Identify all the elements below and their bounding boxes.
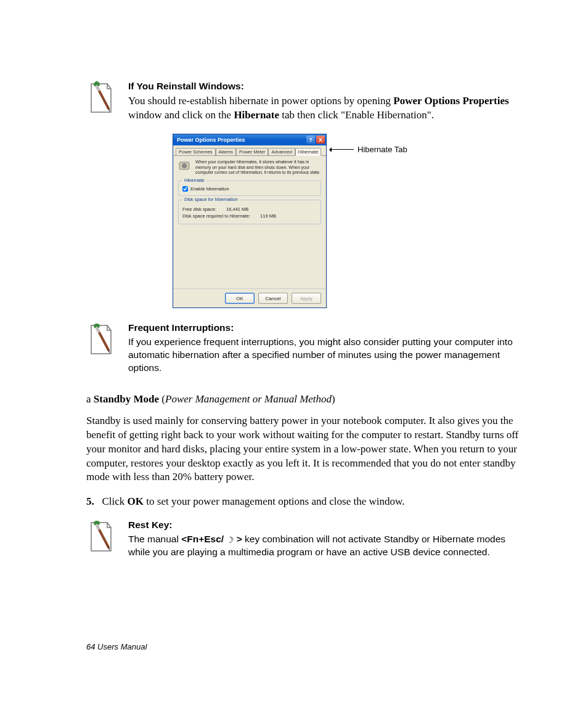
enable-hibernation-input[interactable] xyxy=(182,186,188,192)
required-disk-label: Disk space required to hibernate: xyxy=(182,213,250,219)
legend-diskspace: Disk space for hibernation xyxy=(182,197,240,202)
note3-title: Rest Key: xyxy=(128,519,526,532)
standby-body: Standby is used mainly for conserving ba… xyxy=(86,414,526,485)
tab-hibernate[interactable]: Hibernate xyxy=(295,148,322,156)
free-disk-label: Free disk space: xyxy=(182,206,216,212)
note-icon xyxy=(86,519,115,555)
tab-bar: Power Schemes Alarms Power Meter Advance… xyxy=(173,145,326,156)
note-reinstall-windows: If You Reinstall Windows: You should re-… xyxy=(86,80,526,123)
note-text: Rest Key: The manual <Fn+Esc/ ☽ > key co… xyxy=(128,519,526,559)
svg-line-12 xyxy=(97,525,99,529)
svg-point-5 xyxy=(182,163,187,168)
page-footer: 64 Users Manual xyxy=(86,642,147,651)
legend-hibernate: Hibernate xyxy=(182,177,206,183)
ok-button[interactable]: OK xyxy=(225,293,255,304)
note-icon xyxy=(86,322,115,357)
note1-title: If You Reinstall Windows: xyxy=(128,80,526,93)
fieldset-diskspace: Disk space for hibernation Free disk spa… xyxy=(178,200,321,224)
cancel-button[interactable]: Cancel xyxy=(258,293,288,304)
enable-hibernation-checkbox[interactable]: Enable hibernation xyxy=(182,186,317,192)
tab-power-meter[interactable]: Power Meter xyxy=(236,148,269,155)
note-frequent-interruptions: Frequent Interruptions: If you experienc… xyxy=(86,322,526,375)
note2-title: Frequent Interruptions: xyxy=(128,322,526,335)
svg-line-2 xyxy=(97,86,99,90)
free-disk-value: 16,441 MB xyxy=(226,206,248,212)
note-rest-key: Rest Key: The manual <Fn+Esc/ ☽ > key co… xyxy=(86,519,526,559)
hibernate-info-icon xyxy=(178,160,192,172)
note-icon xyxy=(86,80,115,116)
dialog-title: Power Options Properties xyxy=(177,137,245,143)
note-text: Frequent Interruptions: If you experienc… xyxy=(128,322,526,375)
required-disk-value: 119 MB xyxy=(260,213,276,219)
help-button[interactable]: ? xyxy=(306,136,315,144)
power-options-dialog: Power Options Properties ? X Power Schem… xyxy=(173,134,327,308)
standby-heading: a Standby Mode (Power Management or Manu… xyxy=(86,393,526,405)
tab-alarms[interactable]: Alarms xyxy=(216,148,236,155)
tab-power-schemes[interactable]: Power Schemes xyxy=(176,148,216,155)
power-options-dialog-figure: Power Options Properties ? X Power Schem… xyxy=(173,134,526,308)
hibernate-info-text: When your computer hibernates, it stores… xyxy=(195,160,321,176)
dialog-titlebar: Power Options Properties ? X xyxy=(173,134,326,145)
note-text: If You Reinstall Windows: You should re-… xyxy=(128,80,526,123)
close-button[interactable]: X xyxy=(316,136,325,144)
fieldset-hibernate: Hibernate Enable hibernation xyxy=(178,181,321,196)
moon-icon: ☽ xyxy=(226,536,234,544)
svg-line-8 xyxy=(97,328,99,332)
tab-advanced[interactable]: Advanced xyxy=(268,148,295,155)
note2-body: If you experience frequent interruptions… xyxy=(128,336,513,373)
hibernate-tab-callout: Hibernate Tab xyxy=(330,145,407,154)
step-5: 5. Click OK to set your power management… xyxy=(86,495,526,508)
apply-button[interactable]: Apply xyxy=(292,293,321,304)
